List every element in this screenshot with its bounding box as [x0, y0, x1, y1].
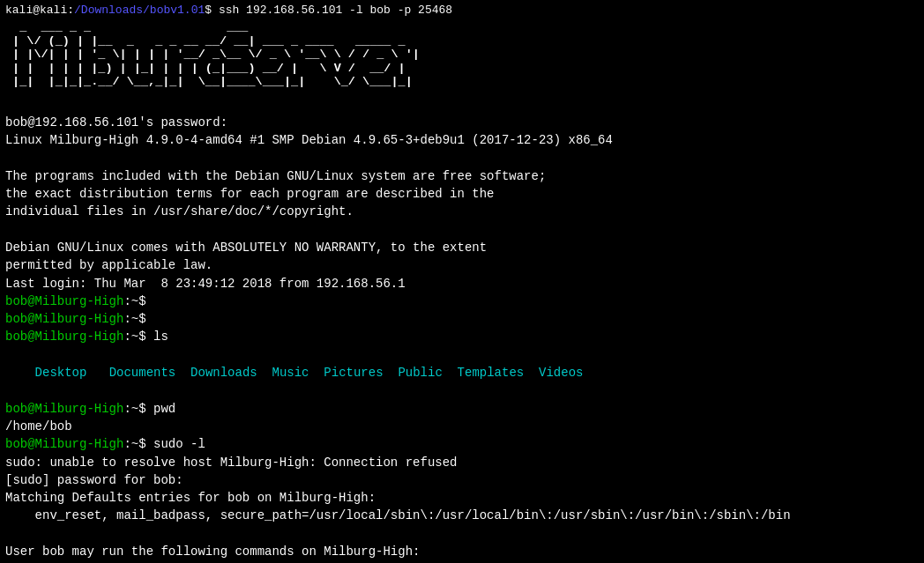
- warranty-line-2: permitted by applicable law.: [5, 256, 919, 274]
- info-line-3: individual files in /usr/share/doc/*/cop…: [5, 203, 919, 220]
- prompt-user-3: bob@Milburg-High: [5, 330, 123, 344]
- prompt-user-5: bob@Milburg-High: [5, 437, 123, 451]
- ls-item-documents: Documents: [109, 366, 176, 380]
- ls-output: Desktop Documents Downloads Music Pictur…: [5, 346, 919, 400]
- linux-info: Linux Milburg-High 4.9.0-4-amd64 #1 SMP …: [5, 131, 919, 149]
- prompt-pwd: bob@Milburg-High:~$ pwd: [5, 400, 919, 418]
- info-line-1: The programs included with the Debian GN…: [5, 167, 919, 185]
- matching-defaults: Matching Defaults entries for bob on Mil…: [5, 489, 919, 507]
- info-line-2: the exact distribution terms for each pr…: [5, 185, 919, 203]
- ls-item-public: Public: [398, 366, 442, 380]
- prompt-user-2: bob@Milburg-High: [5, 312, 123, 326]
- env-reset: env_reset, mail_badpass, secure_path=/us…: [5, 507, 919, 524]
- top-command: ssh 192.168.56.101 -l bob -p 25468: [219, 4, 452, 17]
- prompt-line-1: bob@Milburg-High:~$: [5, 293, 919, 310]
- prompt-ls: bob@Milburg-High:~$ ls: [5, 328, 919, 345]
- blank-line-2: [5, 149, 919, 167]
- prompt-sudo-l: bob@Milburg-High:~$ sudo -l: [5, 435, 919, 453]
- last-login: Last login: Thu Mar 8 23:49:12 2018 from…: [5, 275, 919, 293]
- blank-line-4: [5, 525, 919, 543]
- blank-line-3: [5, 221, 919, 239]
- username-label: kali@kali: [5, 4, 67, 17]
- ls-item-downloads: Downloads: [190, 366, 257, 380]
- ls-item-videos: Videos: [539, 366, 583, 380]
- ls-item-music: Music: [272, 366, 309, 380]
- top-bar: kali@kali:/Downloads/bobv1.01$ ssh 192.1…: [5, 4, 919, 17]
- prompt-user-1: bob@Milburg-High: [5, 294, 123, 308]
- pwd-output: /home/bob: [5, 418, 919, 435]
- prompt-line-2: bob@Milburg-High:~$: [5, 310, 919, 328]
- warranty-line-1: Debian GNU/Linux comes with ABSOLUTELY N…: [5, 239, 919, 256]
- password-prompt: bob@192.168.56.101's password:: [5, 114, 919, 131]
- terminal-window: kali@kali:/Downloads/bobv1.01$ ssh 192.1…: [0, 0, 924, 563]
- ls-item-templates: Templates: [458, 366, 525, 380]
- sudo-password-prompt: [sudo] password for bob:: [5, 471, 919, 489]
- prompt-user-4: bob@Milburg-High: [5, 402, 123, 416]
- blank-line-1: [5, 96, 919, 114]
- sudo-error-1: sudo: unable to resolve host Milburg-Hig…: [5, 454, 919, 471]
- user-may-run: User bob may run the following commands …: [5, 543, 919, 560]
- ascii-art-banner: _ ___ _ _ ___ | \/ (_) | |__ _ _ _ __ __…: [5, 20, 919, 89]
- path-label: /Downloads/bobv1.01: [74, 4, 205, 17]
- ls-item-desktop: Desktop: [35, 366, 87, 380]
- ls-item-pictures: Pictures: [324, 366, 383, 380]
